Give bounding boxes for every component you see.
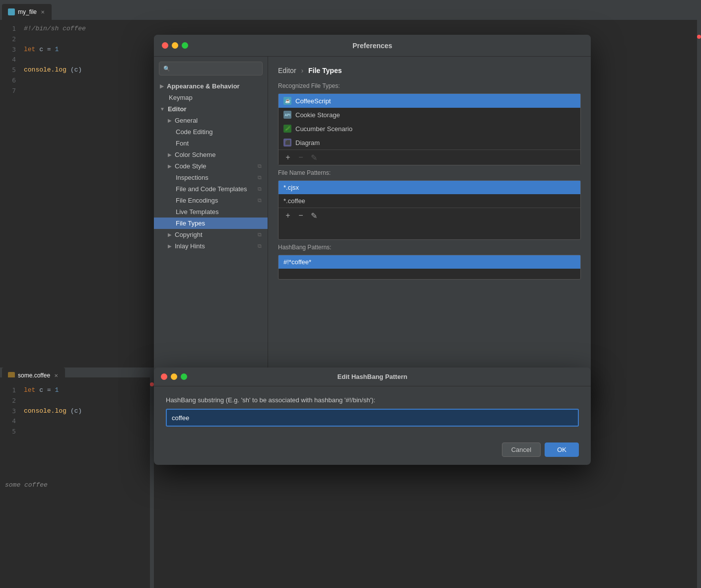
recognized-file-types-label: Recognized File Types: — [278, 82, 581, 89]
code-content[interactable]: #!/bin/sh coffee let c = 1 console.log (… — [20, 20, 86, 387]
edit-pattern-button[interactable]: ✎ — [308, 210, 319, 221]
patterns-toolbar: + − ✎ — [279, 208, 580, 223]
expand-arrow-inlay: ▶ — [168, 243, 172, 249]
tab-my-file[interactable]: my_file ✕ — [2, 4, 52, 20]
file-icon — [8, 8, 15, 15]
edit-hashbang-dialog: Edit HashBang Pattern HashBang substring… — [154, 368, 591, 465]
breadcrumb: Editor › File Types — [278, 67, 581, 74]
copy-icon-inlay: ⧉ — [258, 243, 262, 249]
search-box[interactable]: 🔍 — [159, 62, 263, 75]
cucumber-icon: 🥒 — [283, 125, 291, 133]
shebang-line: #!/bin/sh coffee — [24, 25, 86, 32]
sidebar-item-code-style-label: Code Style — [175, 162, 207, 170]
hashbang-item-coffee[interactable]: #!*coffee* — [279, 255, 580, 269]
edit-file-type-button[interactable]: ✎ — [308, 152, 319, 163]
file-type-coffeescript[interactable]: ☕ CoffeeScript — [279, 94, 580, 108]
file-type-label-cucumber: Cucumber Scenario — [295, 125, 352, 133]
file-type-diagram[interactable]: ⬛ Diagram — [279, 136, 580, 149]
tab-label: my_file — [18, 8, 37, 15]
edit-dialog-titlebar: Edit HashBang Pattern — [154, 368, 591, 386]
copy-icon-inspections: ⧉ — [258, 174, 262, 181]
sidebar-item-editor[interactable]: ▼ Editor — [154, 103, 268, 115]
edit-minimize-button[interactable] — [171, 373, 177, 380]
sidebar-item-file-encodings[interactable]: File Encodings ⧉ — [154, 195, 268, 206]
traffic-lights — [162, 42, 188, 49]
ok-button[interactable]: OK — [545, 442, 579, 457]
file-name-patterns-list: *.cjsx *.coffee + − ✎ — [278, 180, 581, 240]
error-dot — [697, 35, 701, 39]
sidebar-item-font[interactable]: Font — [154, 138, 268, 149]
tab-close-my-file[interactable]: ✕ — [40, 8, 46, 16]
copy-icon-encodings: ⧉ — [258, 197, 262, 204]
line-numbers: 1 2 3 4 5 6 7 — [0, 20, 20, 387]
cookie-storage-icon: API — [283, 111, 291, 119]
pattern-coffee[interactable]: *.coffee — [279, 194, 580, 208]
expand-arrow: ▶ — [160, 83, 164, 89]
sidebar-item-inlay-hints-label: Inlay Hints — [175, 242, 205, 250]
remove-pattern-button[interactable]: − — [295, 210, 306, 221]
expand-arrow-color: ▶ — [168, 152, 172, 157]
copy-icon-templates: ⧉ — [258, 186, 262, 192]
pattern-cjsx[interactable]: *.cjsx — [279, 181, 580, 194]
sidebar-item-live-templates[interactable]: Live Templates — [154, 206, 268, 218]
sidebar-item-code-editing[interactable]: Code Editing — [154, 126, 268, 138]
error-stripe-top — [697, 20, 701, 588]
expand-arrow-copyright: ▶ — [168, 232, 172, 237]
file-type-cookie-storage[interactable]: API Cookie Storage — [279, 108, 580, 122]
sidebar-item-inspections[interactable]: Inspections ⧉ — [154, 172, 268, 183]
search-icon: 🔍 — [163, 66, 170, 72]
preferences-content: Editor › File Types Recognized File Type… — [268, 57, 591, 397]
breadcrumb-sep: › — [301, 67, 303, 74]
sidebar-item-keymap-label: Keymap — [169, 94, 193, 101]
add-pattern-button[interactable]: + — [282, 210, 293, 221]
minimize-button[interactable] — [172, 42, 178, 49]
file-type-label-diagram: Diagram — [295, 139, 320, 147]
preferences-sidebar: 🔍 ▶ Appearance & Behavior Keymap ▼ Edito… — [154, 57, 268, 397]
edit-close-button[interactable] — [161, 373, 167, 380]
sidebar-item-font-label: Font — [176, 140, 189, 147]
expand-arrow-editor: ▼ — [160, 106, 165, 112]
sidebar-item-code-style[interactable]: ▶ Code Style ⧉ — [154, 160, 268, 172]
remove-file-type-button[interactable]: − — [295, 152, 306, 163]
sidebar-item-live-templates-label: Live Templates — [176, 208, 218, 216]
diagram-icon: ⬛ — [283, 139, 291, 147]
some-coffee-label: some coffee — [5, 481, 48, 489]
preferences-dialog: Preferences 🔍 ▶ Appearance & Behavior Ke… — [154, 35, 591, 397]
bottom-code-wrapper: 1 2 3 4 5 let c = 1 console.log (c) — [0, 377, 154, 437]
copy-icon-copyright: ⧉ — [258, 231, 262, 238]
hashbang-patterns-label: HashBang Patterns: — [278, 244, 581, 251]
copy-icon-code-style: ⧉ — [258, 163, 262, 169]
hashbang-input[interactable] — [166, 409, 579, 427]
preferences-title: Preferences — [352, 42, 392, 50]
edit-maximize-button[interactable] — [181, 373, 187, 380]
maximize-button[interactable] — [182, 42, 188, 49]
sidebar-item-inspections-label: Inspections — [176, 174, 209, 181]
sidebar-item-code-editing-label: Code Editing — [176, 128, 212, 136]
cancel-button[interactable]: Cancel — [502, 442, 541, 457]
file-type-label-cookie: Cookie Storage — [295, 111, 340, 119]
edit-dialog-label: HashBang substring (E.g. 'sh' to be asso… — [166, 396, 579, 404]
code-area-top: 1 2 3 4 5 6 7 #!/bin/sh coffee let c = 1… — [0, 20, 154, 387]
sidebar-item-color-scheme[interactable]: ▶ Color Scheme — [154, 149, 268, 160]
expand-arrow-style: ▶ — [168, 163, 172, 169]
file-name-patterns-label: File Name Patterns: — [278, 169, 581, 176]
edit-dialog-traffic-lights — [161, 373, 187, 380]
sidebar-item-copyright[interactable]: ▶ Copyright ⧉ — [154, 229, 268, 240]
sidebar-item-appearance[interactable]: ▶ Appearance & Behavior — [154, 80, 268, 92]
preferences-titlebar: Preferences — [154, 35, 591, 57]
close-button[interactable] — [162, 42, 168, 49]
file-types-list: ☕ CoffeeScript API Cookie Storage 🥒 Cucu… — [278, 93, 581, 165]
bottom-line-numbers: 1 2 3 4 5 — [0, 381, 20, 437]
sidebar-item-file-templates[interactable]: File and Code Templates ⧉ — [154, 183, 268, 195]
sidebar-item-general[interactable]: ▶ General — [154, 115, 268, 126]
add-file-type-button[interactable]: + — [282, 152, 293, 163]
sidebar-item-appearance-label: Appearance & Behavior — [167, 82, 240, 90]
sidebar-item-file-types[interactable]: File Types — [154, 218, 268, 229]
bottom-code-content[interactable]: let c = 1 console.log (c) — [20, 381, 82, 437]
sidebar-item-inlay-hints[interactable]: ▶ Inlay Hints ⧉ — [154, 240, 268, 252]
file-types-toolbar: + − ✎ — [279, 149, 580, 165]
error-dot-bottom — [150, 382, 154, 386]
hashbang-list: #!*coffee* — [278, 255, 581, 280]
sidebar-item-keymap[interactable]: Keymap — [154, 92, 268, 103]
file-type-cucumber[interactable]: 🥒 Cucumber Scenario — [279, 122, 580, 136]
